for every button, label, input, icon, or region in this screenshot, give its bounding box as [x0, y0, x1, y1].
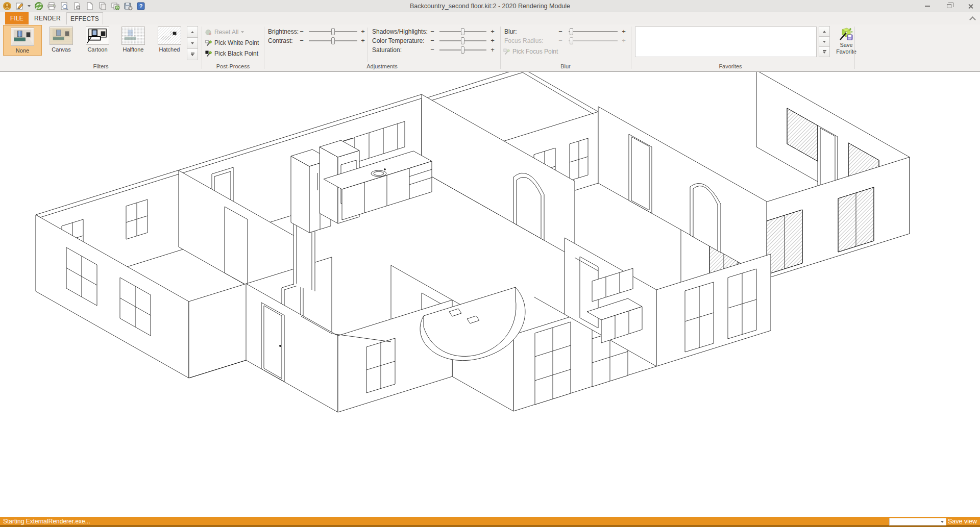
window-controls	[921, 0, 977, 12]
color-temperature-row: Color Temperature: − +	[264, 37, 500, 45]
group-adjustments: Brightness: − + Contrast: − + Shadows/Hi…	[264, 24, 500, 71]
filters-scroll-up-icon[interactable]	[187, 26, 198, 38]
group-filters: None Canvas Cartoon Halftone	[0, 24, 202, 71]
saturation-label: Saturation:	[372, 46, 402, 54]
blur-label: Blur:	[504, 28, 517, 35]
adjustments-group-label: Adjustments	[264, 63, 500, 69]
filters-scroll-down-icon[interactable]	[187, 37, 198, 49]
pick-white-point-button[interactable]: Pick White Point	[205, 39, 259, 46]
pick-black-point-label: Pick Black Point	[214, 50, 258, 57]
collapse-ribbon-icon[interactable]	[970, 16, 975, 19]
post-process-group-label: Post-Process	[202, 63, 264, 69]
shadows-highlights-label: Shadows/Highlights:	[372, 28, 428, 35]
ribbon-separator	[854, 27, 855, 69]
blur-slider[interactable]	[569, 31, 618, 32]
tab-effects[interactable]: EFFECTS	[66, 12, 103, 24]
saturation-increase-button[interactable]: +	[489, 46, 496, 54]
saturation-slider-thumb[interactable]	[461, 46, 464, 54]
filter-hatched-thumbnail	[158, 27, 181, 45]
title-bar: ? Backcountry_second floor.kit:2 - 2020 …	[0, 0, 980, 12]
ribbon-tab-row: FILE RENDER EFFECTS	[0, 12, 980, 24]
pick-focus-point-label: Pick Focus Point	[512, 48, 558, 55]
window-title: Backcountry_second floor.kit:2 - 2020 Re…	[0, 0, 980, 12]
color-temperature-increase-button[interactable]: +	[489, 37, 496, 44]
filter-canvas[interactable]: Canvas	[47, 27, 75, 53]
blur-increase-button[interactable]: +	[621, 28, 627, 35]
save-favorite-label: Save Favorite	[836, 42, 856, 55]
view-selector[interactable]	[889, 518, 946, 525]
ribbon-effects: None Canvas Cartoon Halftone	[0, 24, 980, 72]
group-post-process: Reset All Pick White Point Pick Black Po…	[202, 24, 264, 71]
favorites-scroll-down-icon[interactable]	[819, 36, 830, 47]
save-favorite-icon	[839, 27, 853, 41]
filter-none-label: None	[4, 47, 41, 54]
filter-hatched[interactable]: Hatched	[156, 27, 183, 53]
shadows-highlights-slider-thumb[interactable]	[461, 28, 464, 35]
filter-none-thumbnail	[11, 28, 34, 46]
filter-cartoon-label: Cartoon	[84, 46, 111, 53]
shadows-highlights-slider[interactable]	[439, 31, 486, 32]
color-temperature-slider-thumb[interactable]	[461, 37, 464, 44]
filters-group-label: Filters	[0, 63, 202, 69]
saturation-slider[interactable]	[439, 49, 486, 51]
status-bar: Starting ExternalRenderer.exe... Save vi…	[0, 517, 980, 527]
favorites-group-label: Favorites	[631, 63, 830, 69]
filter-canvas-label: Canvas	[47, 46, 75, 53]
filter-cartoon-thumbnail	[86, 27, 109, 45]
minimize-button[interactable]	[921, 1, 934, 11]
blur-slider-thumb[interactable]	[570, 28, 573, 35]
filter-none[interactable]: None	[3, 25, 42, 56]
filters-gallery-more-icon[interactable]	[187, 48, 198, 60]
focus-radius-increase-button[interactable]: +	[621, 37, 627, 44]
pick-focus-point-button[interactable]: Pick Focus Point	[503, 48, 558, 55]
filters-gallery-scroll	[187, 27, 198, 60]
filter-halftone-label: Halftone	[119, 46, 147, 53]
favorites-list[interactable]	[635, 27, 817, 57]
restore-button[interactable]	[942, 1, 955, 11]
pick-white-point-label: Pick White Point	[214, 39, 259, 46]
status-message: Starting ExternalRenderer.exe...	[3, 518, 90, 525]
reset-all-label: Reset All	[214, 29, 238, 36]
filter-halftone[interactable]: Halftone	[119, 27, 147, 53]
color-temperature-slider[interactable]	[439, 40, 486, 41]
kitchen-right-wall	[422, 94, 575, 258]
reset-all-button[interactable]: Reset All	[205, 29, 244, 36]
save-view-button[interactable]: Save view	[948, 518, 977, 525]
tab-render[interactable]: RENDER	[33, 12, 62, 24]
focus-radius-row: Focus Radius: − +	[500, 37, 631, 45]
group-blur: Blur: − + Focus Radius: − + Pick Focus P…	[500, 24, 631, 71]
shadows-highlights-row: Shadows/Highlights: − +	[264, 28, 500, 36]
focus-radius-label: Focus Radius:	[504, 37, 544, 44]
reset-all-dropdown-arrow	[241, 31, 244, 33]
filter-canvas-thumbnail	[50, 27, 73, 45]
group-favorites: Save Favorite Favorites	[631, 24, 854, 71]
favorites-more-icon[interactable]	[819, 46, 830, 57]
saturation-row: Saturation: − +	[264, 46, 500, 54]
pick-black-point-button[interactable]: Pick Black Point	[205, 50, 258, 57]
focus-radius-slider[interactable]	[569, 40, 618, 41]
tab-file[interactable]: FILE	[5, 12, 29, 24]
favorites-scroll	[819, 27, 830, 57]
favorites-scroll-up-icon[interactable]	[819, 26, 830, 37]
blur-decrease-button[interactable]: −	[557, 28, 564, 35]
saturation-decrease-button[interactable]: −	[429, 46, 435, 54]
close-button[interactable]	[964, 1, 977, 11]
focus-radius-slider-thumb[interactable]	[570, 37, 573, 44]
render-canvas[interactable]	[0, 72, 980, 517]
shadows-highlights-decrease-button[interactable]: −	[429, 28, 435, 35]
blur-row: Blur: − +	[500, 28, 631, 36]
blur-group-label: Blur	[500, 63, 631, 69]
filter-hatched-label: Hatched	[156, 46, 183, 53]
shadows-highlights-increase-button[interactable]: +	[489, 28, 496, 35]
color-temperature-label: Color Temperature:	[372, 37, 425, 44]
filter-halftone-thumbnail	[121, 27, 145, 45]
rendering-module-window: ? Backcountry_second floor.kit:2 - 2020 …	[0, 0, 980, 527]
view-selector-arrow-icon	[941, 521, 944, 523]
floor-plan-drawing	[0, 72, 980, 517]
focus-radius-decrease-button[interactable]: −	[557, 37, 564, 44]
filter-cartoon[interactable]: Cartoon	[84, 27, 111, 53]
color-temperature-decrease-button[interactable]: −	[429, 37, 435, 44]
